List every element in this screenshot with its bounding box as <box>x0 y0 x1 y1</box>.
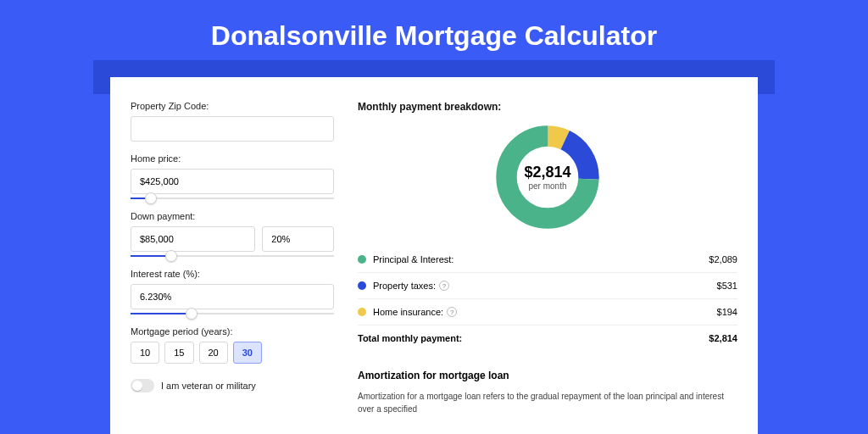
toggle-knob <box>132 381 142 391</box>
input-column: Property Zip Code: Home price: Down paym… <box>131 101 334 426</box>
rate-input[interactable] <box>131 284 334 309</box>
info-icon[interactable]: ? <box>447 307 457 317</box>
amortization-title: Amortization for mortgage loan <box>358 370 737 381</box>
donut-sub: per month <box>528 181 566 191</box>
info-icon[interactable]: ? <box>439 281 449 291</box>
legend-row: Home insurance:?$194 <box>358 299 737 326</box>
down-percent-input[interactable] <box>262 226 334 252</box>
total-value: $2,814 <box>709 333 737 343</box>
slider-thumb[interactable] <box>145 192 157 204</box>
legend-row: Property taxes:?$531 <box>358 273 737 299</box>
slider-thumb[interactable] <box>186 308 198 320</box>
page-title: Donalsonville Mortgage Calculator <box>0 0 868 60</box>
legend-value: $2,089 <box>709 254 737 264</box>
period-field-group: Mortgage period (years): 10152030 <box>131 326 334 364</box>
down-slider[interactable] <box>131 255 334 257</box>
down-amount-input[interactable] <box>131 226 255 252</box>
down-field-group: Down payment: <box>131 211 334 257</box>
zip-input[interactable] <box>131 116 334 142</box>
legend-label: Property taxes:? <box>373 281 717 291</box>
price-slider[interactable] <box>131 198 334 199</box>
price-input[interactable] <box>131 169 334 194</box>
slider-thumb[interactable] <box>165 250 177 262</box>
legend-dot-icon <box>358 281 366 290</box>
period-button-20[interactable]: 20 <box>199 342 228 364</box>
period-row: 10152030 <box>131 342 334 364</box>
veteran-toggle-row: I am veteran or military <box>131 379 334 392</box>
donut-wrap: $2,814 per month <box>358 123 737 231</box>
legend-dot-icon <box>358 255 366 264</box>
legend-total-row: Total monthly payment: $2,814 <box>358 326 737 351</box>
breakdown-column: Monthly payment breakdown: $2,814 per mo… <box>358 101 737 426</box>
period-label: Mortgage period (years): <box>131 326 334 337</box>
period-button-10[interactable]: 10 <box>131 342 159 364</box>
donut-chart: $2,814 per month <box>493 123 602 231</box>
period-button-15[interactable]: 15 <box>164 342 193 364</box>
donut-amount: $2,814 <box>524 164 570 181</box>
price-label: Home price: <box>131 153 334 164</box>
amortization-text: Amortization for a mortgage loan refers … <box>358 390 737 415</box>
legend-label: Home insurance:? <box>373 307 717 317</box>
legend-row: Principal & Interest:$2,089 <box>358 247 737 273</box>
total-label: Total monthly payment: <box>358 333 709 343</box>
amortization-block: Amortization for mortgage loan Amortizat… <box>358 370 737 415</box>
price-field-group: Home price: <box>131 153 334 199</box>
legend-value: $194 <box>717 307 737 317</box>
legend: Principal & Interest:$2,089Property taxe… <box>358 247 737 326</box>
veteran-toggle[interactable] <box>131 379 154 392</box>
veteran-label: I am veteran or military <box>161 381 256 391</box>
period-button-30[interactable]: 30 <box>233 342 262 364</box>
donut-center: $2,814 per month <box>493 123 602 231</box>
rate-field-group: Interest rate (%): <box>131 269 334 314</box>
calculator-panel: Property Zip Code: Home price: Down paym… <box>110 77 758 434</box>
legend-label: Principal & Interest: <box>373 254 709 264</box>
legend-dot-icon <box>358 308 366 316</box>
breakdown-title: Monthly payment breakdown: <box>358 101 737 113</box>
down-label: Down payment: <box>131 211 334 221</box>
zip-field-group: Property Zip Code: <box>131 101 334 142</box>
rate-slider[interactable] <box>131 313 334 314</box>
rate-label: Interest rate (%): <box>131 269 334 279</box>
legend-value: $531 <box>717 281 737 291</box>
zip-label: Property Zip Code: <box>131 101 334 111</box>
